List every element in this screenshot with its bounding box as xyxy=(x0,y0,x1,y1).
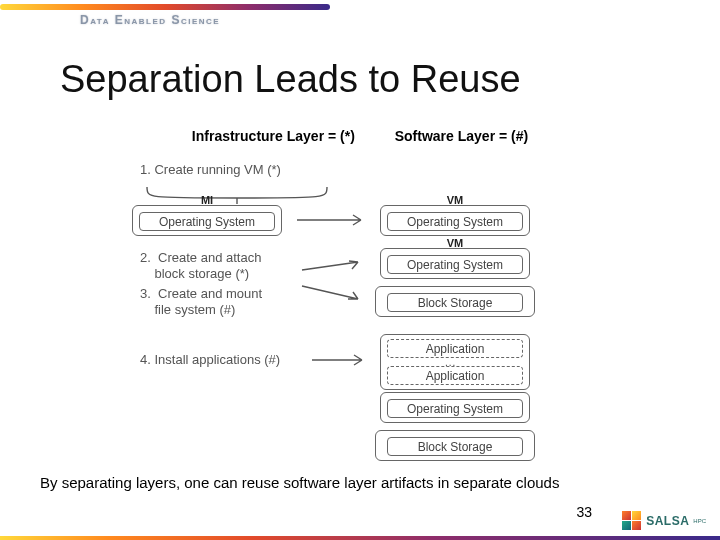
app-2: Application xyxy=(387,366,523,385)
salsa-logo: SALSA HPC xyxy=(622,511,706,530)
mi-label: MI xyxy=(132,194,282,206)
page-number: 33 xyxy=(576,504,592,520)
logo-subtext: HPC xyxy=(693,518,706,524)
mi-os: Operating System xyxy=(139,212,275,231)
vm-os-3: Operating System xyxy=(387,399,523,418)
vm-os-1: Operating System xyxy=(387,212,523,231)
arrow-3 xyxy=(300,282,375,304)
arrow-1 xyxy=(295,211,375,229)
step-3: 3. Create and mount file system (#) xyxy=(140,286,262,319)
legend-soft: Software Layer = (#) xyxy=(395,128,528,144)
legend: Infrastructure Layer = (*) Software Laye… xyxy=(0,128,720,144)
bs-1: Block Storage xyxy=(387,293,523,312)
app-1: Application xyxy=(387,339,523,358)
caption: By separating layers, one can reuse soft… xyxy=(40,474,680,491)
step-2: 2. Create and attach block storage (*) xyxy=(140,250,261,283)
vm-os-2: Operating System xyxy=(387,255,523,274)
arrow-2 xyxy=(300,256,375,274)
brand-text: Data Enabled Science xyxy=(80,13,220,27)
bs-2: Block Storage xyxy=(387,437,523,456)
arrow-4 xyxy=(310,351,374,369)
step-4: 4. Install applications (#) xyxy=(140,352,280,368)
vm-label-1: VM xyxy=(380,194,530,206)
logo-text: SALSA xyxy=(646,514,689,528)
logo-square-icon xyxy=(622,511,641,530)
step-1: 1. Create running VM (*) xyxy=(140,162,281,178)
slide-title: Separation Leads to Reuse xyxy=(60,58,521,101)
bottom-stripe xyxy=(0,536,720,540)
diagram: 1. Create running VM (*) MI Operating Sy… xyxy=(0,156,720,456)
top-stripe xyxy=(0,4,330,10)
vm-label-2: VM xyxy=(380,237,530,249)
slide: Data Enabled Science Separation Leads to… xyxy=(0,0,720,540)
legend-infra: Infrastructure Layer = (*) xyxy=(192,128,355,144)
